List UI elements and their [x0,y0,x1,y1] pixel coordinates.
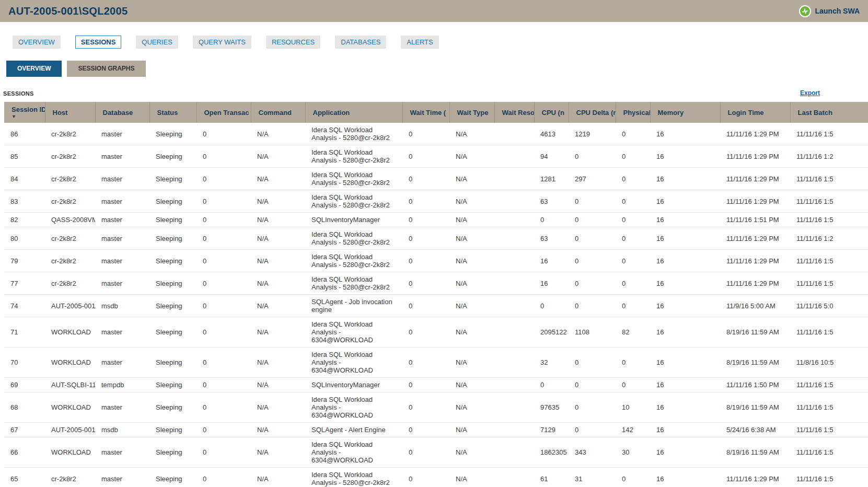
table-row[interactable]: 80cr-2k8r2masterSleeping0N/AIdera SQL Wo… [4,227,868,250]
table-row[interactable]: 79cr-2k8r2masterSleeping0N/AIdera SQL Wo… [4,250,868,272]
column-header-session-id[interactable]: Session ID▼ [4,102,45,123]
table-row[interactable]: 68WORKLOADmasterSleeping0N/AIdera SQL Wo… [4,392,868,423]
table-cell: 0 [196,317,251,347]
column-header-application[interactable]: Application [305,102,402,123]
table-cell: AUT-SQLBI-112 [45,378,95,392]
table-row[interactable]: 71WORKLOADmasterSleeping0N/AIdera SQL Wo… [4,317,868,347]
column-header-last-batch[interactable]: Last Batch [790,102,868,123]
table-row[interactable]: 84cr-2k8r2masterSleeping0N/AIdera SQL Wo… [4,168,868,190]
table-cell: cr-2k8r2 [45,123,95,145]
table-row[interactable]: 77cr-2k8r2masterSleeping0N/AIdera SQL Wo… [4,272,868,295]
column-header-host[interactable]: Host [45,102,95,123]
table-cell: 0 [616,378,650,392]
tab-databases[interactable]: DATABASES [335,36,386,49]
column-header-wait-reso[interactable]: Wait Reso [494,102,534,123]
table-cell: 0 [196,272,251,295]
sessions-table: Session ID▼HostDatabaseStatusOpen Transa… [4,102,868,487]
table-cell: 1219 [569,123,616,145]
table-cell: 16 [650,423,720,437]
column-header-physical[interactable]: Physical [616,102,650,123]
table-cell: 11/11/16 5:0 [790,295,868,317]
table-cell: 82 [616,317,650,347]
table-cell: N/A [449,145,494,168]
table-cell [494,437,534,468]
table-cell: Sleeping [149,423,196,437]
launch-swa-button[interactable]: Launch SWA [799,5,860,17]
table-cell: tempdb [95,378,149,392]
table-cell: 0 [402,295,449,317]
table-cell: cr-2k8r2 [45,272,95,295]
table-cell: 31 [569,468,616,487]
table-cell: 16 [650,250,720,272]
launch-swa-icon [799,5,811,17]
table-cell: 0 [569,190,616,213]
column-header-command[interactable]: Command [251,102,305,123]
subtab-session-graphs[interactable]: SESSION GRAPHS [67,61,145,77]
table-cell: cr-2k8r2 [45,145,95,168]
export-link[interactable]: Export [800,89,820,97]
table-cell: 67 [4,423,45,437]
table-cell: 16 [650,168,720,190]
table-cell: 11/11/16 1:5 [790,423,868,437]
table-cell: master [95,213,149,227]
column-header-database[interactable]: Database [95,102,149,123]
table-cell [494,145,534,168]
table-row[interactable]: 70WORKLOADmasterSleeping0N/AIdera SQL Wo… [4,347,868,378]
sort-desc-icon[interactable]: ▼ [11,114,45,119]
column-header-status[interactable]: Status [149,102,196,123]
column-header-memory[interactable]: Memory [650,102,720,123]
table-cell: cr-2k8r2 [45,227,95,250]
table-cell: 66 [4,437,45,468]
table-row[interactable]: 65cr-2k8r2masterSleeping0N/AIdera SQL Wo… [4,468,868,487]
table-cell: 32 [534,347,569,378]
table-cell: 84 [4,168,45,190]
table-cell: Idera SQL Workload Analysis - 5280@cr-2k… [305,250,402,272]
table-cell: 0 [196,423,251,437]
column-header-wait-time[interactable]: Wait Time ( [402,102,449,123]
table-row[interactable]: 66WORKLOADmasterSleeping0N/AIdera SQL Wo… [4,437,868,468]
table-row[interactable]: 69AUT-SQLBI-112tempdbSleeping0N/ASQLInve… [4,378,868,392]
tab-query-waits[interactable]: QUERY WAITS [193,36,251,49]
table-cell: 0 [402,272,449,295]
table-cell: 343 [569,437,616,468]
table-row[interactable]: 83cr-2k8r2masterSleeping0N/AIdera SQL Wo… [4,190,868,213]
column-header-login-time[interactable]: Login Time [720,102,790,123]
column-header-wait-type[interactable]: Wait Type [449,102,494,123]
table-cell: master [95,347,149,378]
table-cell: 16 [534,250,569,272]
table-cell: N/A [251,213,305,227]
table-cell: 16 [650,392,720,423]
table-cell: N/A [251,272,305,295]
table-row[interactable]: 85cr-2k8r2masterSleeping0N/AIdera SQL Wo… [4,145,868,168]
table-row[interactable]: 67AUT-2005-001msdbSleeping0N/ASQLAgent -… [4,423,868,437]
table-cell: master [95,317,149,347]
table-cell: Idera SQL Workload Analysis - 6304@WORKL… [305,392,402,423]
tab-overview[interactable]: OVERVIEW [13,36,61,49]
table-cell: 85 [4,145,45,168]
subtab-overview[interactable]: OVERVIEW [6,61,62,77]
table-cell: 0 [534,295,569,317]
table-cell: QASS-2008VM6 [45,213,95,227]
table-cell: 11/11/16 1:5 [790,317,868,347]
tab-resources[interactable]: RESOURCES [266,36,320,49]
table-row[interactable]: 82QASS-2008VM6masterSleeping0N/ASQLInven… [4,213,868,227]
table-cell: Sleeping [149,378,196,392]
table-row[interactable]: 86cr-2k8r2masterSleeping0N/AIdera SQL Wo… [4,123,868,145]
table-cell: WORKLOAD [45,317,95,347]
tab-queries[interactable]: QUERIES [136,36,178,49]
column-header-open-transac[interactable]: Open Transac [196,102,251,123]
column-header-cpu-n[interactable]: CPU (n [534,102,569,123]
tab-alerts[interactable]: ALERTS [401,36,438,49]
table-cell: 1108 [569,317,616,347]
table-cell: AUT-2005-001 [45,295,95,317]
column-header-cpu-delta-n[interactable]: CPU Delta (n [569,102,616,123]
table-cell: Sleeping [149,317,196,347]
table-cell: Idera SQL Workload Analysis - 6304@WORKL… [305,317,402,347]
table-cell [494,272,534,295]
table-cell: 16 [534,272,569,295]
table-cell: Idera SQL Workload Analysis - 6304@WORKL… [305,437,402,468]
tab-sessions[interactable]: SESSIONS [75,36,121,49]
table-cell: Sleeping [149,437,196,468]
table-row[interactable]: 74AUT-2005-001msdbSleeping0N/ASQLAgent -… [4,295,868,317]
table-cell: 5/24/16 6:38 AM [720,423,790,437]
